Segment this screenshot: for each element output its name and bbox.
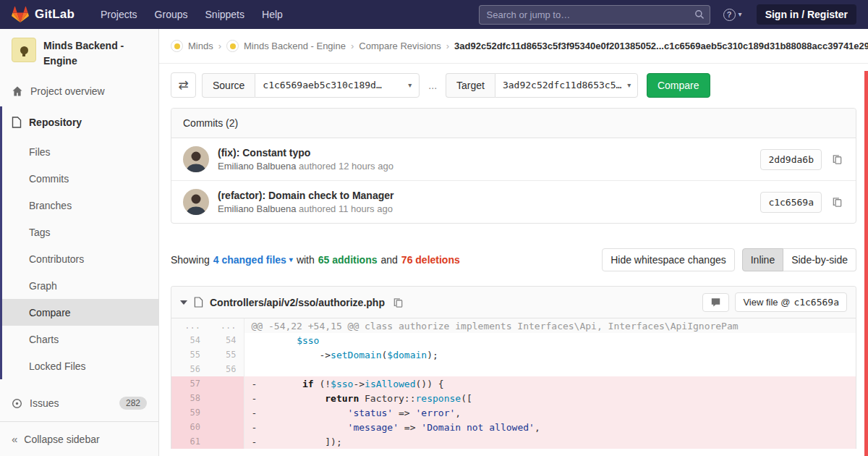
avatar <box>183 146 209 172</box>
inline-view-button[interactable]: Inline <box>742 248 783 271</box>
compare-button[interactable]: Compare <box>647 73 710 98</box>
file-path: Controllers/api/v2/sso/authorize.php <box>210 297 385 308</box>
commit-time: authored 12 hours ago <box>299 161 393 172</box>
new-line-number[interactable] <box>208 434 244 449</box>
old-line-number[interactable]: 58 <box>171 391 208 405</box>
sidebar-item-commits[interactable]: Commits <box>2 165 158 192</box>
scrollbar[interactable] <box>864 71 868 456</box>
sidebar-item-locked-files[interactable]: Locked Files <box>2 352 158 379</box>
old-line-number[interactable]: 55 <box>171 347 208 362</box>
sidebar-item-issues[interactable]: Issues 282 <box>0 388 158 418</box>
file-icon <box>194 297 203 308</box>
search-input[interactable] <box>479 5 710 25</box>
copy-path-button[interactable] <box>391 295 405 310</box>
sidebar-item-compare[interactable]: Compare <box>2 299 158 326</box>
old-line-number[interactable]: 57 <box>171 376 208 391</box>
collapse-sidebar-button[interactable]: « Collapse sidebar <box>0 421 158 456</box>
sidebar-item-graph[interactable]: Graph <box>2 272 158 299</box>
changed-files-dropdown[interactable]: 4 changed files ▾ <box>213 254 293 266</box>
old-line-number[interactable]: 59 <box>171 405 208 420</box>
nav-groups[interactable]: Groups <box>146 0 197 29</box>
target-group: Target 3ad92c52dfc11d8653c5… ▾ <box>446 73 638 98</box>
diff-line-row: 54 54 $sso <box>171 333 856 347</box>
nav-snippets[interactable]: Snippets <box>197 0 253 29</box>
commit-info: (fix): Constant typo Emiliano Balbuena a… <box>218 147 393 172</box>
source-revision-dropdown[interactable]: c1c6569aeb5c310c189d… ▾ <box>255 73 420 98</box>
source-label: Source <box>202 73 255 98</box>
commit-sha-link[interactable]: c1c6569a <box>760 192 822 213</box>
comment-icon <box>710 297 721 308</box>
code-line: - return Factory::response([ <box>244 391 856 405</box>
sidebar-item-project-overview[interactable]: Project overview <box>0 76 158 106</box>
sidebar-subitem-label: Files <box>29 146 51 158</box>
nav-projects[interactable]: Projects <box>92 0 146 29</box>
sidebar-subitem-label: Contributors <box>29 253 84 265</box>
top-navbar: GitLab Projects Groups Snippets Help ? ▾… <box>0 0 868 29</box>
copy-sha-button[interactable] <box>830 195 844 209</box>
gitlab-home-link[interactable]: GitLab <box>12 7 75 22</box>
diff-view-toggle: Inline Side-by-side <box>742 248 856 271</box>
old-line-number[interactable]: 54 <box>171 333 208 347</box>
sidebar-subitem-label: Commits <box>29 173 69 185</box>
gitlab-app: GitLab Projects Groups Snippets Help ? ▾… <box>0 0 868 456</box>
diff-deleted-row: 58 - return Factory::response([ <box>171 391 856 405</box>
issues-count-badge: 282 <box>119 397 147 410</box>
new-line-number[interactable] <box>208 405 244 420</box>
breadcrumb-group-link[interactable]: Minds <box>188 41 213 51</box>
new-line-number[interactable]: 56 <box>208 362 244 376</box>
side-by-side-view-button[interactable]: Side-by-side <box>783 248 856 271</box>
commit-author-link[interactable]: Emiliano Balbuena <box>218 161 296 172</box>
target-revision-value: 3ad92c52dfc11d8653c5… <box>503 80 621 90</box>
sign-in-button[interactable]: Sign in / Register <box>757 4 856 25</box>
commit-author-link[interactable]: Emiliano Balbuena <box>218 203 296 214</box>
old-line-number: ... <box>171 318 208 333</box>
commit-title-link[interactable]: (refactor): Domain check to Manager <box>218 190 394 201</box>
group-avatar <box>171 40 183 52</box>
new-line-number[interactable] <box>208 420 244 434</box>
sidebar-item-branches[interactable]: Branches <box>2 192 158 219</box>
target-revision-dropdown[interactable]: 3ad92c52dfc11d8653c5… ▾ <box>495 73 638 98</box>
issues-icon <box>12 398 22 409</box>
hide-whitespace-button[interactable]: Hide whitespace changes <box>602 248 735 271</box>
home-icon <box>12 85 23 97</box>
old-line-number[interactable]: 56 <box>171 362 208 376</box>
old-line-number[interactable]: 60 <box>171 420 208 434</box>
diff-line-row: 55 55 ->setDomain($domain); <box>171 347 856 362</box>
target-label: Target <box>446 73 495 98</box>
sidebar-item-repository[interactable]: Repository <box>2 106 158 138</box>
document-icon <box>12 117 22 128</box>
commit-sha-link[interactable]: 2dd9da6b <box>760 149 822 170</box>
global-search <box>479 5 710 25</box>
commit-title-link[interactable]: (fix): Constant typo <box>218 147 393 159</box>
breadcrumb-page-link[interactable]: Compare Revisions <box>359 41 441 51</box>
project-header-link[interactable]: Minds Backend - Engine <box>0 29 158 76</box>
project-name: Minds Backend - Engine <box>43 38 147 69</box>
nav-help[interactable]: Help <box>253 0 292 29</box>
sidebar-item-label: Project overview <box>30 85 105 97</box>
new-line-number[interactable]: 55 <box>208 347 244 362</box>
swap-revisions-button[interactable]: ⇄ <box>171 72 196 98</box>
sidebar-item-contributors[interactable]: Contributors <box>2 245 158 272</box>
new-line-number[interactable] <box>208 376 244 391</box>
clipboard-icon <box>832 153 843 165</box>
new-line-number[interactable] <box>208 391 244 405</box>
swap-icon: ⇄ <box>178 78 188 92</box>
new-line-number[interactable]: 54 <box>208 333 244 347</box>
diff-deleted-row: 60 - 'message' => 'Domain not allowed', <box>171 420 856 434</box>
chevron-down-icon: ▾ <box>739 11 742 18</box>
collapse-diff-icon[interactable] <box>180 300 187 305</box>
sidebar-item-charts[interactable]: Charts <box>2 326 158 352</box>
diff-deleted-row: 57 - if (!$sso->isAllowed()) { <box>171 376 856 391</box>
view-file-button[interactable]: View file @ c1c6569a <box>735 292 847 312</box>
repository-section: Repository Files Commits Branches Tags C… <box>0 106 158 379</box>
old-line-number[interactable]: 61 <box>171 434 208 449</box>
toggle-comments-button[interactable] <box>702 293 729 312</box>
user-photo <box>183 146 209 172</box>
sidebar-subitem-label: Branches <box>29 200 72 211</box>
chevron-down-icon: ▾ <box>627 82 631 89</box>
sidebar-item-tags[interactable]: Tags <box>2 219 158 245</box>
sidebar-item-files[interactable]: Files <box>2 138 158 165</box>
help-dropdown[interactable]: ? ▾ <box>723 9 742 21</box>
copy-sha-button[interactable] <box>830 152 844 166</box>
breadcrumb-project-link[interactable]: Minds Backend - Engine <box>244 41 346 51</box>
